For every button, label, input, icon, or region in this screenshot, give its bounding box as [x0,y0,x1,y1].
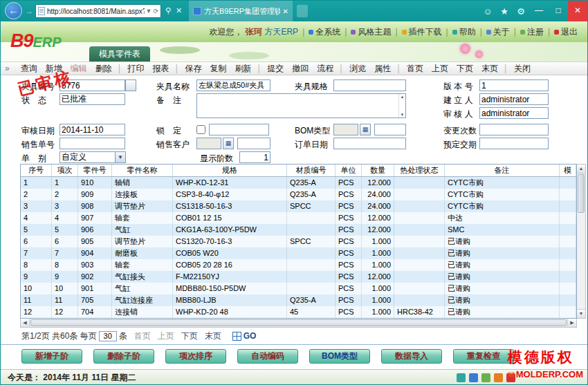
column-header-4[interactable]: 规格 [173,165,287,176]
sales-customer-code-input[interactable] [196,138,221,149]
remark-textarea[interactable]: ▲▼ [196,93,406,118]
column-header-0[interactable]: 序号 [21,165,52,176]
table-row[interactable]: 22909连接板CSP3-8-40-φ12Q235-APCS24.000CYTC… [21,189,576,200]
table-row[interactable]: 77904耐磨板COB05 W20PCS1.000已请购 [21,247,576,259]
next-page-link[interactable]: 下页 [181,330,198,342]
user-link[interactable]: 张珂 [245,26,261,38]
table-row[interactable]: 66905调节垫片CS1320-70-16-3SPCCPCS1.000已请购 [21,236,576,247]
lock-checkbox[interactable] [196,125,205,134]
change-count-input[interactable] [479,124,549,135]
bom-type-input[interactable] [374,124,406,135]
table-row[interactable]: 88903轴套COB05 20 28 16PCS1.000已请购 [21,259,576,271]
chevron-down-icon[interactable]: ▼ [146,8,152,15]
scrollbar-thumb[interactable] [30,319,567,326]
toolbar-item-浏览[interactable]: 浏览 [349,64,366,73]
smiley-icon[interactable]: ☺ [479,6,496,17]
network-icon[interactable] [469,373,478,382]
module-tab[interactable]: 模具零件表 [89,46,150,62]
scroll-down-icon[interactable]: ▼ [401,113,405,117]
action-button-3[interactable]: 自动编码 [237,349,298,364]
home-icon[interactable] [457,373,466,382]
fixture-no-lookup-icon[interactable] [125,79,136,91]
menu-item-4[interactable]: 关于 [486,27,510,37]
toolbar-item-查询[interactable]: 查询 [21,64,37,73]
bom-type-code-input[interactable] [333,124,358,135]
action-button-4[interactable]: BOM类型 [309,349,370,364]
table-row[interactable]: 33908调节垫片CS1318-50-16-3SPCCPCS24.000CYTC… [21,200,576,212]
security-icon[interactable] [481,373,490,382]
toolbar-item-撤回[interactable]: 撤回 [292,64,309,73]
menu-item-5[interactable]: 注册 [520,27,544,37]
table-row[interactable]: 1212704连接销WHP-KD-20 4845PCS1.000HRC38-42… [21,306,576,318]
toolbar-item-上页[interactable]: 上页 [432,64,448,73]
bom-type-lookup-icon[interactable]: ▦ [360,124,371,135]
gear-icon[interactable]: ⚙ [513,6,529,17]
url-text[interactable]: http://localhost:8081/Main.aspx?mode=n [47,8,145,15]
scroll-up-icon[interactable]: ▲ [401,95,405,99]
toolbar-item-复制[interactable]: 复制 [210,64,226,73]
toolbar-item-下页[interactable]: 下页 [457,64,473,73]
scroll-left-icon[interactable]: ◀ [21,319,30,327]
status-input[interactable] [59,93,125,105]
tab-close-icon[interactable]: ✕ [283,8,288,15]
creator-input[interactable] [479,93,549,105]
favorites-star-icon[interactable]: ★ [496,6,513,17]
forward-button[interactable]: → [25,6,33,16]
stop-icon[interactable]: ✕ [176,6,182,15]
maximize-button[interactable]: □ [549,1,568,21]
menu-item-6[interactable]: 退出 [554,27,578,37]
action-button-0[interactable]: 新增子阶 [21,349,82,364]
menu-item-2[interactable]: 插件下载 [402,27,442,37]
action-button-2[interactable]: 项次排序 [165,349,226,364]
table-row[interactable]: 44907轴套COB01 12 15PCS12.000中达 [21,212,576,224]
close-button[interactable]: ✕ [568,1,587,21]
sales-customer-input[interactable] [237,138,270,149]
menu-item-0[interactable]: 全系统 [309,27,340,37]
version-input[interactable] [479,79,549,91]
column-header-3[interactable]: 零件名称 [112,165,173,176]
minimize-button[interactable]: — [529,1,549,21]
toolbar-item-提交[interactable]: 提交 [267,64,284,73]
address-bar[interactable]: http://localhost:8081/Main.aspx?mode=n ▼… [35,4,161,18]
action-button-1[interactable]: 删除子阶 [93,349,154,364]
table-row[interactable]: 55906气缸CKG1A-63-100Y-P5DWPCS12.000SMC [21,224,576,236]
toolbar-item-属性[interactable]: 属性 [374,64,391,73]
scroll-right-icon[interactable]: ▶ [567,319,576,327]
search-icon[interactable]: ⚲ [165,6,171,15]
fixture-name-input[interactable] [196,79,270,91]
action-button-6[interactable]: 重复检查 [453,349,514,364]
new-tab-button[interactable] [297,5,308,17]
horizontal-scrollbar[interactable]: ◀ ▶ [20,319,577,328]
back-button[interactable]: ← [5,2,22,19]
sales-customer-lookup-icon[interactable]: ▦ [223,138,234,149]
toolbar-item-删除[interactable]: 删除 [95,64,112,73]
delivery-date-input[interactable] [479,138,549,149]
last-page-link[interactable]: 末页 [205,330,221,342]
doc-type-select[interactable]: 自定义 ▼ [59,151,126,163]
column-header-1[interactable]: 项次 [52,165,78,176]
toolbar-overflow-chevron-icon[interactable]: » [5,64,10,73]
toolbar-item-报表[interactable]: 报表 [153,64,169,73]
menu-item-3[interactable]: 帮助 [452,27,476,37]
message-icon[interactable] [494,373,503,382]
table-row[interactable]: 1010901气缸MDBB80-150-P5DWPCS1.000已请购 [21,283,576,294]
table-row[interactable]: 11910轴销WHP-KD-12-31Q235-APCS12.000CYTC市购 [21,177,576,189]
toolbar-item-编辑[interactable]: 编辑 [71,64,87,73]
chevron-down-icon[interactable]: ▼ [115,152,125,162]
prev-page-link[interactable]: 上页 [158,330,174,342]
column-header-8[interactable]: 热处理状态 [394,165,445,176]
column-header-10[interactable]: 模 [560,165,576,176]
column-header-9[interactable]: 备注 [445,165,560,176]
first-page-link[interactable]: 首页 [134,330,151,342]
sales-no-input[interactable] [59,138,125,149]
column-header-2[interactable]: 零件号 [78,165,112,176]
page-size-input[interactable] [99,331,117,341]
toolbar-item-保存[interactable]: 保存 [185,64,201,73]
fixture-spec-input[interactable] [333,79,406,91]
lock-input[interactable] [209,124,269,135]
column-header-5[interactable]: 材质编号 [287,165,336,176]
brand-link[interactable]: 方天ERP [264,26,298,38]
table-row[interactable]: 1111705气缸连接座MBB80-LJBQ235-APCS1.000已请购 [21,294,576,306]
toolbar-item-流程[interactable]: 流程 [317,64,333,73]
auditor-input[interactable] [479,107,549,119]
